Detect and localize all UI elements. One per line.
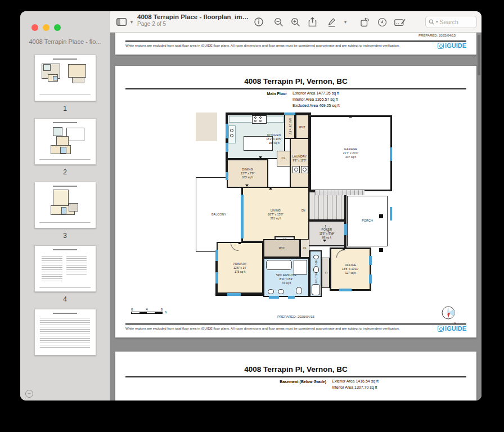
page-indicator: Page 2 of 5 [137,21,250,27]
compass-icon: N [440,305,457,325]
prepared-date: PREPARED: 2025/04/15 [115,315,476,318]
window-marker [369,256,372,265]
main-area: ▾ 4008 Terrapin Place - floorplan_imperi… [110,11,482,400]
zoom-in-icon[interactable] [289,11,302,33]
thumbnail-page-number: 3 [63,232,67,240]
porch-post [379,214,383,218]
door-arrow [238,242,241,244]
minimize-button[interactable] [43,24,50,31]
fill-sign-icon[interactable] [376,11,388,33]
window-marker [339,289,352,291]
room-closet-2: CL [300,239,309,258]
iguide-logo: iGUIDE [438,325,466,332]
thumbnail-sidebar: 4008 Terrapin Place - flo... 1 [20,11,110,400]
room-closet: CL [277,151,290,166]
kitchen-label: KITCHEN 15'2" x 13'5" 188 sq ft [263,133,285,145]
sidebar-zoom-icon[interactable]: – [25,390,33,398]
document-scroll-area[interactable]: ft PREPARED: 2025/04/15 White regions ar… [110,33,482,400]
prepared-date: PREPARED: 2025/04/15 [418,34,456,37]
window-marker [227,293,241,296]
rotate-left-icon[interactable] [358,11,371,33]
thumbnail-image-2[interactable] [34,118,96,165]
pdf-page-2: 4008 Terrapin Pl, Vernon, BC Main Floor … [115,66,476,338]
room-living: LIVING 16'7" x 15'8" 261 sq ft [242,187,309,242]
window-marker [390,207,392,220]
sidebar-doc-title: 4008 Terrapin Place - flo... [20,38,110,45]
room-primary: PRIMARY 12'6" x 14' 175 sq ft [217,242,263,294]
room-balcony: BALCONY [196,177,242,252]
window-controls [32,24,61,31]
window-marker [215,250,218,261]
room-bar: BAR 3'6" x 5'1" [284,114,295,139]
form-fill-icon[interactable] [393,11,407,33]
thumbnail-page-number: 2 [63,168,67,176]
window-marker [269,296,279,299]
window-marker [241,195,244,238]
thumbnail-page-number: 1 [63,105,67,112]
window-marker [226,172,228,180]
window-marker [390,147,392,161]
porch-post [379,248,383,252]
search-chevron-icon: ▾ [436,20,438,24]
search-icon [429,19,434,25]
room-laundry: LAUNDRY 9'1" x 11'6" [290,138,309,191]
thumbnail-image-5[interactable] [34,309,96,356]
thumbnail-image-1[interactable] [34,55,96,101]
thumbnail-page-number: 4 [63,295,67,303]
entry-hall [196,112,217,141]
window-marker [215,272,218,284]
room-pantry: PNT [295,114,309,141]
iguide-logo: iGUIDE [438,42,466,49]
page-thumbnail-3[interactable]: 3 [34,182,96,240]
markup-pencil-icon[interactable] [326,11,338,33]
search-input[interactable] [440,19,472,25]
iguide-logo-icon [438,326,444,332]
markup-chevron-icon[interactable]: ▾ [341,11,350,33]
door-arrow [342,248,345,250]
room-foyer: FOYER 11'6" x 9'11" 86 sq ft [308,220,345,246]
door-arrow [245,184,249,187]
window-marker [226,143,228,152]
window-marker [226,124,228,138]
toolbar: ▾ 4008 Terrapin Place - floorplan_imperi… [110,11,482,33]
close-button[interactable] [32,24,38,31]
room-dining: DINING 13'7" x 7'9" 105 sq ft [227,159,268,188]
room-wic: WIC [263,239,300,258]
page-thumbnail-4[interactable]: 4 [34,245,96,303]
disclaimer-text: White regions are excluded from total fl… [125,44,431,47]
room-closet-c: C [322,258,330,288]
thumbnail-image-4[interactable] [34,245,96,292]
sidebar-toggle-button[interactable] [115,11,128,33]
search-field[interactable]: ▾ [425,16,477,28]
vertical-scrollbar[interactable] [478,35,480,75]
room-porch: PORCH [347,196,388,246]
disclaimer-text: White regions are excluded from total fl… [125,327,431,330]
fullscreen-button[interactable] [54,24,61,31]
window-marker [288,296,295,299]
floor-areas: Exterior Area 1416.54 sq ft Interior Are… [332,379,379,391]
garage-door [315,190,364,195]
door-arrow [349,115,352,118]
room-office: OFFICE 13'5" x 10'11" 127 sq ft [330,248,371,291]
page-thumbnail-2[interactable]: 2 [34,118,96,176]
page-thumbnail-1[interactable]: 1 [34,55,96,112]
page-thumbnail-5[interactable] [34,309,96,356]
info-icon[interactable] [253,11,265,33]
document-title-block: 4008 Terrapin Place - floorplan_imperi..… [137,14,250,27]
page-title: 4008 Terrapin Pl, Vernon, BC [115,365,476,374]
share-icon[interactable] [306,11,318,33]
room-bath: 4PC BATH 4'11" x 9'10" [309,250,322,297]
floor-label: Basement (Below Grade) [280,380,326,384]
pdf-page-1: ft PREPARED: 2025/04/15 White regions ar… [115,33,476,55]
iguide-logo-icon [438,43,444,49]
door-arrow [269,187,272,190]
zoom-out-icon[interactable] [272,11,285,33]
scale-bar: 048 ft [131,308,163,314]
page-title: 4008 Terrapin Pl, Vernon, BC [115,77,476,86]
stairs-dn-label: DN [302,209,305,212]
window-marker [369,274,372,284]
thumbnail-image-3[interactable] [34,182,96,228]
thumbnail-list: 1 2 [20,55,110,384]
sidebar-options-chevron-icon[interactable]: ▾ [128,11,135,33]
room-ensuite: 5PC ENSUITE 8'11" x 8'4" 74 sq ft [263,258,309,297]
